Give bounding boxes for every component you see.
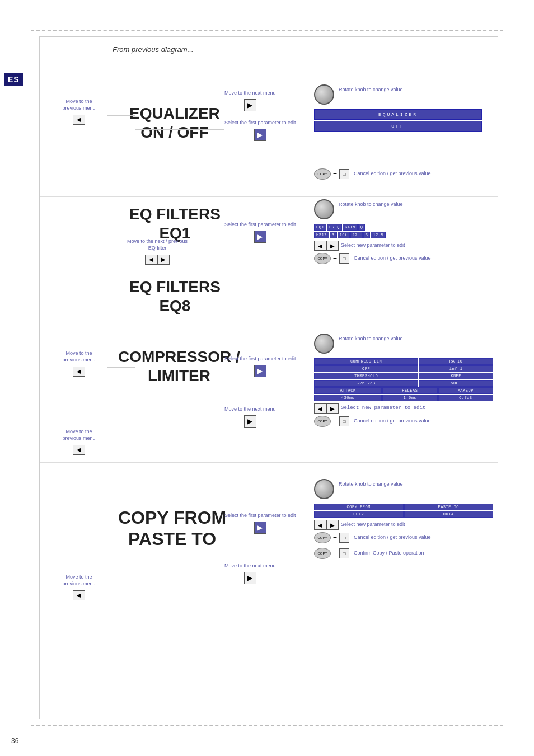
eq-plus-icon: + <box>333 170 337 178</box>
eq-copy-btn[interactable]: COPY <box>314 168 331 180</box>
copy-paste-title: COPY FROM PASTE TO <box>118 507 226 550</box>
copy-select-prev[interactable]: ◀ <box>314 520 326 530</box>
copy-select-annotation: Select the first parameter to edit <box>224 513 296 519</box>
eq-prev-button[interactable]: ◀ <box>73 115 85 125</box>
comp-next-annotation: Move to the next menu <box>224 406 276 413</box>
comp-prev-bottom-area: Move to the previous menu ◀ <box>57 429 101 455</box>
divider-2 <box>40 331 498 331</box>
copy-select-next[interactable]: ▶ <box>326 520 339 530</box>
copy-cancel-area: COPY + □ Cancel edition / get previous v… <box>314 532 493 543</box>
eq1-enter-btn[interactable]: □ <box>339 253 349 264</box>
copy-rotate-area: Rotate knob to change value <box>314 479 493 499</box>
copy-select-button[interactable]: ▶ <box>254 522 266 534</box>
eq1-select-new-area: ◀ ▶ Select new parameter to edit <box>314 241 493 251</box>
copy-enter-btn[interactable]: □ <box>339 533 349 543</box>
comp-prev-annotation: Move to the previous menu <box>57 350 101 363</box>
h-line-copy <box>107 524 135 524</box>
eq-cancel-label: Cancel edition / get previous value <box>354 171 431 177</box>
eq1-select-prev[interactable]: ◀ <box>314 241 326 251</box>
copy-select-new-label: Select new parameter to edit <box>341 522 405 528</box>
comp-rotate-area: Rotate knob to change value <box>314 334 493 354</box>
copy-confirm-label: Confirm Copy / Paste operation <box>354 550 424 557</box>
copy-cancel-label: Cancel edition / get previous value <box>354 534 431 541</box>
copy-select-new-area: ◀ ▶ Select new parameter to edit <box>314 520 493 530</box>
eq-next-button[interactable]: ▶ <box>244 99 256 111</box>
copy-confirm-area: COPY + □ Confirm Copy / Paste operation <box>314 548 493 559</box>
copy-next-menu-area: Move to the next menu ▶ <box>224 563 276 584</box>
copy-prev-button[interactable]: ◀ <box>73 590 85 600</box>
compressor-title: COMPRESSOR / LIMITER <box>118 348 240 385</box>
comp-copy-btn[interactable]: COPY <box>314 416 331 427</box>
h-line-eq-right <box>135 129 224 130</box>
eq-select-annotation: Select the first parameter to edit <box>224 120 296 126</box>
page-label: ES <box>4 73 23 86</box>
comp-lcd: COMPRESS LIM RATIO OFF inf 1 THRESHOLD K… <box>314 358 493 414</box>
eq-select-button[interactable]: ▶ <box>254 129 266 141</box>
comp-right-panel: Rotate knob to change value COMPRESS LIM… <box>314 334 493 427</box>
comp-select-next[interactable]: ▶ <box>326 403 339 414</box>
comp-nav-pair: ◀ ▶ <box>314 403 339 414</box>
eq-nav-prev-area: Move to the previous menu ◀ <box>57 98 101 125</box>
comp-select-new-label: Select new parameter to edit <box>341 405 425 412</box>
eq1-nav-annotation: Move to the next / previous EQ filter <box>124 238 191 251</box>
equalizer-title: EQUALIZER ON / OFF <box>129 104 220 142</box>
eq-knob[interactable] <box>314 84 334 105</box>
comp-select-prev[interactable]: ◀ <box>314 403 326 414</box>
eq1-select-new-label: Select new parameter to edit <box>341 242 405 249</box>
comp-next-menu-area: Move to the next menu ▶ <box>224 406 276 428</box>
copy-nav-prev-area: Move to the previous menu ◀ <box>57 574 101 600</box>
eq-next-menu-area: Move to the next menu ▶ <box>224 90 276 111</box>
divider-3 <box>40 462 498 463</box>
eq1-knob[interactable] <box>314 199 334 219</box>
dashed-bottom-line <box>31 725 503 726</box>
eq1-select-button[interactable]: ▶ <box>254 231 266 243</box>
copy-next-button[interactable]: ▶ <box>244 572 256 584</box>
comp-knob[interactable] <box>314 334 334 354</box>
h-line-eq1 <box>107 247 152 247</box>
copy-plus-icon: + <box>333 534 337 542</box>
diagram-container: From previous diagram... Move to the pre… <box>39 36 498 719</box>
eq-select-first-area: Select the first parameter to edit ▶ <box>224 120 296 141</box>
comp-select-first-area: Select the first parameter to edit ▶ <box>224 356 296 377</box>
copy-confirm-plus-icon: + <box>333 550 337 557</box>
copy-right-panel: Rotate knob to change value COPY FROM PA… <box>314 479 493 559</box>
eq1-nav-btn-pair: ◀ ▶ <box>145 255 170 265</box>
eq1-nav-nextprev-area: Move to the next / previous EQ filter ◀ … <box>124 238 191 265</box>
eq-enter-btn[interactable]: □ <box>339 169 349 179</box>
eq-prev-annotation: Move to the previous menu <box>57 98 101 111</box>
copy-select-first-area: Select the first parameter to edit ▶ <box>224 513 296 534</box>
divider-1 <box>40 196 498 197</box>
comp-nav-prev-area: Move to the previous menu ◀ <box>57 350 101 377</box>
eq1-copy-btn[interactable]: COPY <box>314 253 331 264</box>
comp-prev-button[interactable]: ◀ <box>73 367 85 377</box>
comp-enter-btn[interactable]: □ <box>339 416 349 426</box>
comp-next-button[interactable]: ▶ <box>244 415 256 428</box>
comp-select-annotation: Select the first parameter to edit <box>224 356 296 363</box>
flow-line-left-top <box>107 65 107 322</box>
copy-nav-pair: ◀ ▶ <box>314 520 339 530</box>
eq-right-panel: Rotate knob to change value EQUALIZER OF… <box>314 84 482 132</box>
eq1-lcd: EQ1 FREQ GAIN Q HS12 3 16k 12. 3 12.5 ◀ … <box>314 224 493 251</box>
comp-prev-bottom-button[interactable]: ◀ <box>73 445 85 455</box>
dashed-top-line <box>31 30 503 31</box>
copy-prev-annotation: Move to the previous menu <box>57 574 101 587</box>
h-line-comp <box>107 367 135 368</box>
eq1-next-filter[interactable]: ▶ <box>157 255 170 265</box>
copy-knob[interactable] <box>314 479 334 499</box>
comp-select-button[interactable]: ▶ <box>254 365 266 377</box>
h-line-eq <box>107 115 135 116</box>
flow-line-left-mid <box>107 339 107 462</box>
eq1-select-next[interactable]: ▶ <box>326 241 339 251</box>
eq1-prev-filter[interactable]: ◀ <box>145 255 157 265</box>
eq-rotate-annotation: Rotate knob to change value <box>314 84 482 105</box>
eq1-plus-icon: + <box>333 255 337 262</box>
eq1-select-first-area: Select the first parameter to edit ▶ <box>224 222 296 243</box>
copy-knob-label: Rotate knob to change value <box>339 479 403 488</box>
copy-copy-btn[interactable]: COPY <box>314 532 331 543</box>
comp-select-new-area: ◀ ▶ Select new parameter to edit <box>314 403 493 414</box>
eq1-rotate-area: Rotate knob to change value <box>314 199 493 219</box>
comp-cancel-label: Cancel edition / get previous value <box>354 418 431 425</box>
copy-confirm-enter-btn[interactable]: □ <box>339 548 349 558</box>
page-number: 36 <box>11 737 18 745</box>
copy-confirm-btn[interactable]: COPY <box>314 548 331 559</box>
